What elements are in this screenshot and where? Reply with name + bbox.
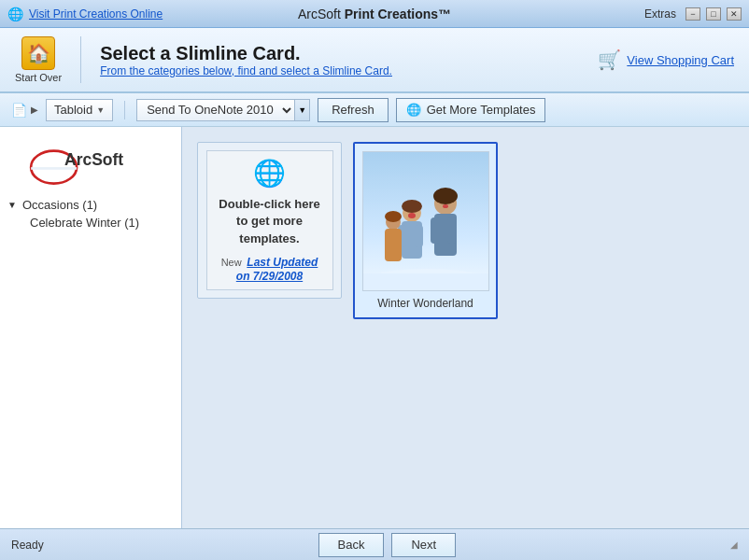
sidebar: ArcSoft ▼ Occasions (1) Celebrate Winter… [0,127,182,528]
last-updated-link[interactable]: Last Updated on 7/29/2008 [236,256,318,283]
get-more-label: Get More Templates [427,103,536,117]
header-subtitle-link[interactable]: From the categories below, find and sele… [100,64,392,77]
visit-link[interactable]: Visit Print Creations Online [29,7,163,21]
next-button[interactable]: Next [391,533,456,557]
start-over-icon: 🏠 [21,36,55,70]
restore-button[interactable]: □ [706,7,721,21]
toolbar-separator [124,101,125,119]
winter-scene-svg [363,152,489,291]
page-title: Select a Slimline Card. [100,43,392,64]
minimize-button[interactable]: − [685,7,700,21]
get-more-card-inner: 🌐 Double-click here to get more template… [206,150,333,290]
status-bar: Ready Back Next ◢ [0,528,749,560]
card-updated: New Last Updated on 7/29/2008 [215,255,325,283]
tree-occasions[interactable]: ▼ Occasions (1) [7,196,174,214]
svg-rect-20 [363,273,489,291]
main-content: ArcSoft ▼ Occasions (1) Celebrate Winter… [0,127,749,528]
nav-buttons: Back Next [318,533,457,557]
svg-rect-8 [447,217,457,244]
get-more-button[interactable]: 🌐 Get More Templates [396,98,546,122]
svg-text:ArcSoft: ArcSoft [64,150,123,169]
new-badge: New [221,257,242,268]
winter-wonderland-card[interactable]: Winter Wonderland [353,142,498,319]
arrow-icon: ▶ [31,105,38,115]
title-bar-center: ArcSoft Print Creations™ [298,7,451,21]
close-button[interactable]: ✕ [727,7,742,21]
toolbar: 📄 ▶ Tabloid ▼ Send To OneNote 2010 ▼ Ref… [0,93,749,127]
folder-icon: 📄 [11,103,27,118]
celebrate-winter-label: Celebrate Winter (1) [30,216,139,230]
get-more-globe-icon: 🌐 [253,158,286,189]
header-right[interactable]: 🛒 View Shopping Cart [598,49,734,71]
svg-point-17 [385,211,402,222]
title-bar-right: Extras − □ ✕ [644,7,742,21]
svg-rect-12 [415,225,423,247]
printer-select-arrow[interactable]: ▼ [295,99,310,121]
svg-point-16 [433,188,458,204]
app-name: ArcSoft Print Creations™ [298,7,451,21]
winter-card-inner [362,151,489,291]
printer-select-wrap: Send To OneNote 2010 ▼ [136,99,310,121]
extras-label: Extras [644,7,676,21]
tree-celebrate-winter[interactable]: Celebrate Winter (1) [7,214,174,230]
category-label: Tabloid [54,103,92,117]
globe-small-icon: 🌐 [7,7,23,21]
start-over-button[interactable]: 🏠 Start Over [15,36,62,83]
winter-wonderland-label: Winter Wonderland [377,297,473,310]
divider [80,36,81,83]
occasions-label: Occasions (1) [22,198,97,212]
start-over-label: Start Over [15,72,62,83]
svg-point-18 [408,213,416,218]
svg-point-15 [402,200,422,213]
resize-corner-icon: ◢ [730,539,738,550]
printer-select[interactable]: Send To OneNote 2010 [136,99,295,121]
category-caret-icon: ▼ [96,105,105,115]
svg-point-19 [443,204,448,208]
get-more-icon: 🌐 [406,103,421,117]
svg-rect-7 [431,217,440,244]
title-bar: 🌐 Visit Print Creations Online ArcSoft P… [0,0,749,28]
cart-icon: 🛒 [598,49,621,71]
folder-path: 📄 ▶ [11,103,38,118]
refresh-button[interactable]: Refresh [318,98,389,122]
status-text: Ready [11,539,44,552]
category-dropdown[interactable]: Tabloid ▼ [46,99,113,121]
header-bar: 🏠 Start Over Select a Slimline Card. Fro… [0,28,749,93]
view-cart-link[interactable]: View Shopping Cart [627,53,734,67]
get-more-card[interactable]: 🌐 Double-click here to get more template… [197,142,342,299]
tree-expand-icon: ▼ [7,200,19,210]
header-title-group: Select a Slimline Card. From the categor… [100,43,392,77]
back-button[interactable]: Back [318,533,385,557]
get-more-card-text: Double-click here to get more templates. [215,196,325,247]
content-area: 🌐 Double-click here to get more template… [182,127,749,528]
header-left: 🏠 Start Over Select a Slimline Card. Fro… [15,36,392,83]
svg-rect-14 [385,229,402,261]
title-bar-left: 🌐 Visit Print Creations Online [7,7,163,21]
arcsoft-logo: ArcSoft [25,138,156,185]
